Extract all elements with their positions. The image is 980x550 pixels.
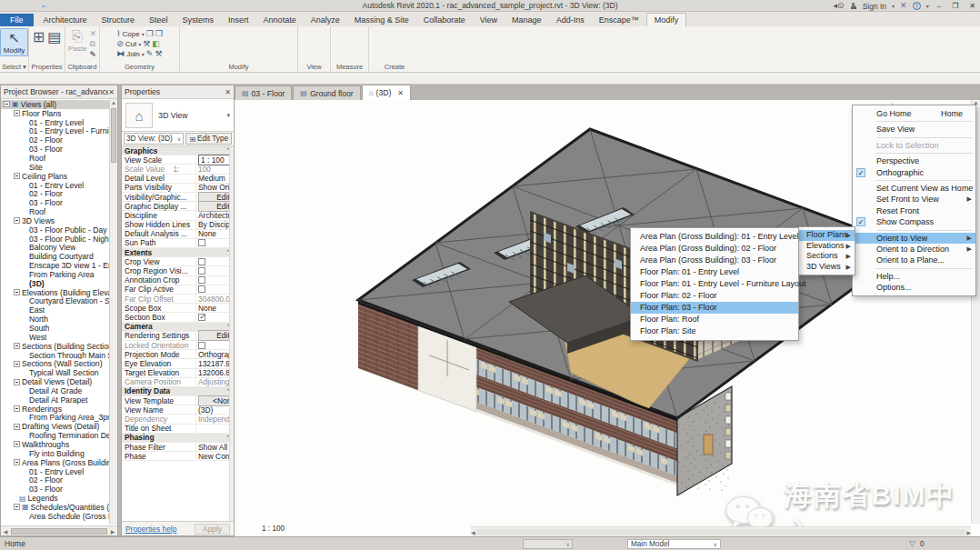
offset-icon[interactable] bbox=[196, 28, 208, 39]
tree-item[interactable]: From Parking Area bbox=[1, 270, 117, 279]
apply-button[interactable]: Apply bbox=[195, 524, 230, 535]
tree-item[interactable]: ▤ Legends bbox=[1, 494, 117, 503]
canvas-hscrollbar[interactable]: ◀▶ bbox=[471, 526, 971, 536]
ribbon-tab[interactable]: Massing & Site bbox=[347, 14, 416, 26]
tree-item[interactable]: Sections (Building Section) bbox=[1, 342, 117, 351]
measure-panel-label[interactable]: Measure bbox=[331, 63, 368, 71]
cut-clipboard-icon[interactable]: ✕ bbox=[89, 29, 96, 38]
property-row[interactable]: Detail Level Medium ⌃ bbox=[122, 175, 234, 184]
split-icon[interactable] bbox=[232, 28, 244, 39]
menu-item-options[interactable]: ✓ Options... ▶ bbox=[853, 282, 975, 293]
ribbon-tab[interactable]: Structure bbox=[95, 14, 143, 26]
property-row[interactable]: Extents ⌃ bbox=[122, 248, 234, 257]
properties-panel-label[interactable]: Properties bbox=[29, 63, 65, 71]
menu-item-show-compass[interactable]: ✓ Show Compass ▶ bbox=[853, 216, 975, 227]
modify-button[interactable]: ↖ Modify bbox=[0, 28, 28, 56]
ribbon-tab[interactable]: View bbox=[473, 14, 505, 26]
copy-icon[interactable] bbox=[255, 28, 267, 39]
property-checkbox[interactable] bbox=[198, 276, 205, 284]
paste-button[interactable]: ⎘ Paste bbox=[68, 28, 86, 53]
tree-item[interactable]: Roofing Termination Detail bbox=[1, 431, 117, 440]
view-tab-close-icon[interactable]: ✕ bbox=[397, 89, 404, 97]
ribbon-tab[interactable]: Analyze bbox=[304, 14, 347, 26]
tree-expander-icon[interactable] bbox=[14, 173, 20, 179]
tree-item[interactable]: Detail Views (Detail) bbox=[1, 377, 117, 386]
menu-item-orthographic[interactable]: ✓ Orthographic ▶ bbox=[853, 167, 975, 178]
help-caret-icon[interactable]: ▾ bbox=[926, 3, 929, 9]
active-workset-dropdown[interactable]: ∨ bbox=[523, 539, 573, 549]
beam-icon[interactable]: ❐ bbox=[146, 29, 154, 38]
tree-item[interactable]: 01 - Entry Level bbox=[1, 181, 117, 190]
property-row[interactable]: Rendering Settings Edit... ⌃ bbox=[122, 332, 234, 341]
communication-center-icon[interactable]: ◂⊙ bbox=[834, 1, 845, 11]
project-browser-vscrollbar[interactable]: ▲ bbox=[109, 99, 117, 525]
submenu-view-item[interactable]: Area Plan (Gross Building): 03 - Floor bbox=[631, 255, 798, 266]
tree-item[interactable]: Area Schedule (Gross Building) bbox=[1, 512, 117, 521]
property-row[interactable]: Scale Value 1: 100 ⌃ bbox=[122, 165, 234, 174]
hide-elements-icon[interactable] bbox=[301, 28, 313, 39]
property-row[interactable]: Crop View ⌃ bbox=[122, 257, 234, 266]
property-row[interactable]: Section Box ⌃ bbox=[122, 313, 234, 322]
property-row[interactable]: View Scale 1 : 100 ⌃ bbox=[122, 155, 234, 165]
submenu-sections[interactable]: Sections ▶ bbox=[799, 251, 855, 262]
property-checkbox[interactable] bbox=[198, 285, 205, 293]
menu-item-go-home[interactable]: ✓ Go Home Home ▶ bbox=[853, 108, 975, 119]
view-tab[interactable]: ▤ 03 - Floor bbox=[235, 85, 292, 100]
rotate-icon[interactable] bbox=[267, 28, 279, 39]
property-row[interactable]: Default Analysis ... None ⌃ bbox=[122, 230, 234, 239]
tree-item[interactable]: 02 - Floor bbox=[1, 135, 117, 145]
clipboard-panel-label[interactable]: Clipboard bbox=[65, 63, 99, 71]
linework-tool-icon[interactable]: ✎ bbox=[146, 49, 154, 58]
tree-item[interactable]: Roof bbox=[1, 154, 117, 163]
tree-item[interactable]: West bbox=[1, 333, 117, 342]
select-panel-label[interactable]: Select ▾ bbox=[0, 63, 28, 71]
tree-item[interactable]: 03 - Floor Public - Night Re bbox=[1, 235, 117, 244]
submenu-view-item[interactable]: Floor Plan: 01 - Entry Level - Furniture… bbox=[631, 278, 798, 290]
tree-item[interactable]: Enscape 3D view 1 - End of C bbox=[1, 261, 117, 270]
exchange-apps-icon[interactable]: ✕ bbox=[900, 1, 907, 11]
type-selector[interactable]: ⌂ 3D View ▾ bbox=[122, 99, 234, 132]
tree-expander-icon[interactable] bbox=[4, 101, 10, 107]
submenu-view-item[interactable]: Floor Plan: Site bbox=[631, 325, 798, 337]
mirror-draw-axis-icon[interactable] bbox=[220, 28, 232, 39]
move-icon[interactable] bbox=[244, 28, 255, 39]
type-properties-icon[interactable]: ▤ bbox=[47, 28, 61, 45]
tree-item[interactable]: Section Through Main Stair bbox=[1, 351, 117, 360]
property-row[interactable]: View Name (3D) ⌃ bbox=[122, 405, 234, 415]
tree-item[interactable]: ▣ Views (all) bbox=[1, 100, 117, 109]
submenu-view-item[interactable]: Floor Plan: 02 - Floor bbox=[631, 290, 798, 302]
minimize-button[interactable]: – bbox=[935, 2, 944, 10]
property-checkbox[interactable] bbox=[198, 239, 205, 246]
create-group-icon[interactable] bbox=[402, 28, 417, 39]
tree-item[interactable]: Area Plans (Gross Building) bbox=[1, 458, 117, 467]
menu-item-lock-to-selection[interactable]: ✓ Lock to Selection ▶ bbox=[853, 140, 975, 151]
property-row[interactable]: Scope Box None ⌃ bbox=[122, 304, 234, 313]
view-tab[interactable]: ▤ Ground floor bbox=[293, 85, 360, 100]
measure-between-icon[interactable] bbox=[335, 28, 346, 39]
property-row[interactable]: Locked Orientation ⌃ bbox=[122, 341, 234, 350]
edit-type-button[interactable]: ⊞ Edit Type bbox=[185, 133, 232, 145]
property-row[interactable]: Projection Mode Orthographic ⌃ bbox=[122, 350, 234, 359]
override-graphics-icon[interactable] bbox=[313, 28, 325, 39]
tree-item[interactable]: (3D) bbox=[1, 279, 117, 288]
help-icon[interactable]: ? bbox=[913, 2, 921, 10]
property-row[interactable]: Dependency Independent ⌃ bbox=[122, 415, 234, 424]
property-row[interactable]: Phase Filter Show All ⌃ bbox=[122, 443, 234, 452]
tree-expander-icon[interactable] bbox=[14, 459, 20, 465]
paint-icon[interactable]: ◧ bbox=[152, 39, 160, 48]
property-row[interactable]: Discipline Architectural ⌃ bbox=[122, 211, 234, 220]
menu-item-orient-to-a-direction[interactable]: ✓ Orient to a Direction ▶ bbox=[853, 244, 975, 255]
tree-item[interactable]: Elevations (Building Elevation) bbox=[1, 288, 117, 297]
properties-close-icon[interactable]: ✕ bbox=[225, 88, 231, 96]
cut-profile-icon[interactable] bbox=[313, 39, 325, 50]
submenu-view-item[interactable]: Floor Plan: 01 - Entry Level bbox=[631, 266, 798, 278]
tree-item[interactable]: 01 - Entry Level - Furniture Layout bbox=[1, 127, 117, 136]
project-browser-close-icon[interactable]: ✕ bbox=[108, 88, 115, 96]
menu-item-set-current-view-as-home[interactable]: ✓ Set Current View as Home ▶ bbox=[853, 183, 975, 194]
tree-item[interactable]: Drafting Views (Detail) bbox=[1, 422, 117, 431]
tree-expander-icon[interactable] bbox=[14, 379, 20, 385]
tree-item[interactable]: ▦ Schedules/Quantities (all) bbox=[1, 503, 117, 512]
wall-icon[interactable]: ❒ bbox=[155, 29, 163, 38]
property-checkbox[interactable] bbox=[198, 258, 205, 265]
ribbon-tab[interactable]: Enscape™ bbox=[592, 14, 646, 26]
